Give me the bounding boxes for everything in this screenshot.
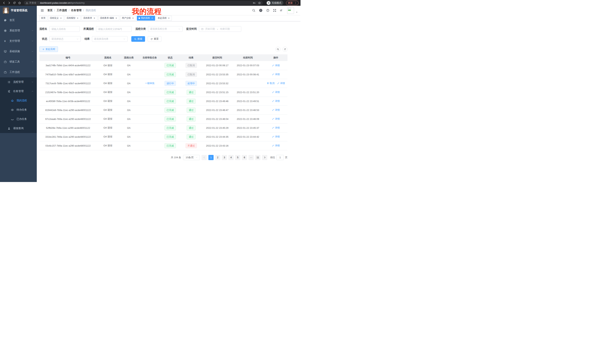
breadcrumb-item[interactable]: 工作流程 xyxy=(57,9,67,12)
close-icon[interactable]: × xyxy=(60,17,62,19)
sidebar-item-payment[interactable]: ¥支付管理 xyxy=(0,36,37,46)
detail-action[interactable]: 详情 xyxy=(272,91,280,94)
user-menu[interactable] xyxy=(287,7,298,14)
browser-reload-icon[interactable] xyxy=(12,1,16,5)
sidebar-item-home[interactable]: 首页 xyxy=(0,15,37,25)
detail-action[interactable]: 详情 xyxy=(272,144,280,147)
column-header: 结束时间 xyxy=(232,54,264,61)
detail-action[interactable]: 详情 xyxy=(277,82,285,85)
detail-action[interactable]: 详情 xyxy=(272,135,280,138)
detail-action[interactable]: 详情 xyxy=(272,126,280,130)
page-more-button[interactable]: ··· xyxy=(249,155,254,160)
result-select[interactable]: 请选择流结果 xyxy=(92,36,128,42)
close-icon[interactable]: × xyxy=(132,17,134,19)
bookmark-star-icon[interactable] xyxy=(258,1,261,4)
page-button-6[interactable]: 6 xyxy=(242,155,247,160)
browser-menu-icon[interactable] xyxy=(294,2,297,4)
page-size-select[interactable]: 10条/页 xyxy=(183,155,200,160)
process-name-input[interactable] xyxy=(50,26,80,32)
detail-action[interactable]: 详情 xyxy=(272,99,280,103)
close-icon[interactable]: × xyxy=(76,17,79,19)
show-search-button[interactable] xyxy=(275,47,280,52)
search-button[interactable]: 搜索 xyxy=(131,36,145,42)
tab-process-form-edit[interactable]: 流程表单-编辑× xyxy=(98,16,119,21)
prev-page-button[interactable] xyxy=(201,155,207,160)
cell-process-name: OA 请假 xyxy=(97,141,119,150)
org-tree-icon xyxy=(7,90,10,93)
browser-update-button[interactable]: 更新 xyxy=(286,1,299,5)
search-icon[interactable] xyxy=(252,9,255,12)
parent-process-input[interactable] xyxy=(96,26,132,32)
detail-action[interactable]: 详情 xyxy=(272,64,280,67)
detail-action[interactable]: 详情 xyxy=(272,117,280,121)
detail-action[interactable]: 详情 xyxy=(272,108,280,112)
sidebar-item-label: 支付管理 xyxy=(10,39,20,43)
cell-category: OA xyxy=(119,141,139,150)
key-icon[interactable] xyxy=(253,1,256,4)
close-icon[interactable]: × xyxy=(168,17,170,19)
refresh-button[interactable] xyxy=(282,47,288,52)
sidebar-item-devtools[interactable]: 研发工具 xyxy=(0,57,37,67)
reset-button[interactable]: 重置 xyxy=(148,36,161,42)
dashboard-icon xyxy=(4,19,7,22)
tab-process-form[interactable]: 流程表单× xyxy=(81,16,97,21)
delete-icon xyxy=(267,82,269,84)
font-size-icon[interactable]: tT xyxy=(280,9,284,12)
total-count: 共 104 条 xyxy=(171,156,181,159)
fullscreen-icon[interactable] xyxy=(273,9,276,12)
app-logo[interactable]: 芋道管理系统 xyxy=(0,6,37,15)
tab-my-process[interactable]: 我的流程× xyxy=(137,16,155,21)
browser-back-icon[interactable] xyxy=(2,1,6,5)
tab-process-model[interactable]: 流程模型× xyxy=(65,16,80,21)
cell-current-task xyxy=(139,70,161,79)
tab-user-group[interactable]: 用户分组× xyxy=(120,16,136,21)
page-button-4[interactable]: 4 xyxy=(229,155,234,160)
tab-process-def[interactable]: 流程定义× xyxy=(48,16,64,21)
page-button-3[interactable]: 3 xyxy=(222,155,227,160)
browser-forward-icon[interactable] xyxy=(7,1,11,5)
sidebar-item-infra[interactable]: 基础设施 xyxy=(0,46,37,57)
task-link[interactable]: 一级审批 xyxy=(145,82,155,85)
sidebar-item-process-mgmt[interactable]: 流程管理 xyxy=(0,77,37,87)
cell-process-id: 819442e8-7b9a-11ec-a290-acde48001122 xyxy=(39,105,97,115)
tab-home[interactable]: 首页 xyxy=(39,16,47,21)
page-content: 流程名 所属流程 流程分类 请选择流程分类 xyxy=(37,21,300,182)
address-bar[interactable]: 不安全 dashboard.yudao.iocoder.cn /bpm/task… xyxy=(24,1,263,5)
close-icon[interactable]: × xyxy=(115,17,118,19)
table-row: 03c6c157-7b9a-11ec-a290-acde48001122OA 请… xyxy=(39,141,288,150)
table-row: 7317cec6-7b9b-11ec-b5b7-acde48001122OA 请… xyxy=(39,79,288,88)
tab-start-process[interactable]: 发起流程× xyxy=(156,16,172,21)
page-button-1[interactable]: 1 xyxy=(208,155,214,160)
create-process-button[interactable]: 发起流程 xyxy=(39,46,58,52)
breadcrumb-item[interactable]: 首页 xyxy=(47,9,52,12)
detail-action[interactable]: 详情 xyxy=(272,73,280,76)
submit-time-range-picker[interactable]: 开始日期 - 结束日期 xyxy=(199,26,241,32)
sidebar-item-label: 流程管理 xyxy=(13,80,24,84)
github-icon[interactable] xyxy=(259,9,263,12)
cell-result: 已取消 xyxy=(180,61,203,70)
sidebar-item-system[interactable]: 系统管理 xyxy=(0,25,37,36)
page-button-5[interactable]: 5 xyxy=(235,155,240,160)
next-page-button[interactable] xyxy=(262,155,267,160)
hamburger-icon[interactable] xyxy=(39,9,45,12)
sidebar-item-workflow[interactable]: 工作流程 xyxy=(0,67,37,77)
sidebar-item-task-mgmt[interactable]: 任务管理 xyxy=(0,87,37,96)
cell-status: 已完成 xyxy=(161,123,180,132)
close-icon[interactable]: × xyxy=(93,17,96,19)
breadcrumb-item[interactable]: 任务管理 xyxy=(71,9,81,12)
edit-icon xyxy=(272,135,274,138)
sidebar-item-todo-tasks[interactable]: 待办任务 xyxy=(0,105,37,115)
sidebar-item-my-process[interactable]: 我的流程 xyxy=(0,96,37,105)
browser-home-icon[interactable] xyxy=(18,1,21,5)
sidebar-item-done-tasks[interactable]: 已办任务 xyxy=(0,115,37,124)
cancel-action[interactable]: 取消 xyxy=(267,82,274,85)
page-button-11[interactable]: 11 xyxy=(255,155,260,160)
svg-text:¥: ¥ xyxy=(4,40,6,42)
help-icon[interactable] xyxy=(266,9,270,12)
category-select[interactable]: 请选择流程分类 xyxy=(148,26,182,32)
page-button-2[interactable]: 2 xyxy=(215,155,220,160)
status-select[interactable]: 请选择状态 xyxy=(50,36,81,42)
goto-page-input[interactable]: 1 xyxy=(276,155,284,160)
close-icon[interactable]: × xyxy=(151,17,153,19)
sidebar-item-leave-query[interactable]: 请假查询 xyxy=(0,124,37,133)
